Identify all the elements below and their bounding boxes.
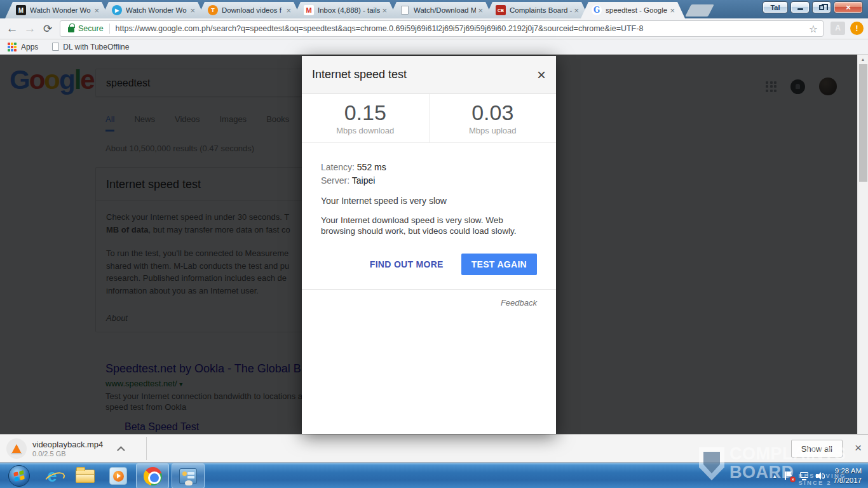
speed-headline: Your Internet speed is very slow: [321, 196, 537, 206]
complaintsboard-favicon-icon: CB: [496, 5, 506, 15]
upload-value: 0.03: [430, 100, 557, 125]
tab-gmail-inbox[interactable]: M Inbox (4,888) - tails ×: [293, 2, 397, 18]
address-bar[interactable]: Secure https://www.google.com.ph/search?…: [60, 20, 824, 37]
clock-time: 9:28 AM: [833, 466, 862, 476]
download-filename: videoplayback.mp4: [32, 440, 103, 449]
tab-title: Complaints Board -: [510, 6, 572, 14]
reload-icon[interactable]: ⟳: [39, 20, 56, 37]
page-favicon-icon: [400, 5, 410, 15]
speed-description: Your Internet download speed is very slo…: [321, 215, 537, 236]
network-icon[interactable]: [800, 472, 809, 480]
upload-result: 0.03 Mbps upload: [429, 94, 557, 142]
apps-grid-icon: [8, 43, 17, 51]
new-tab-button[interactable]: [685, 4, 714, 17]
screen: M Watch Wonder Wo × ▶ Watch Wonder Wo × …: [0, 0, 868, 488]
omnibox-divider: [109, 24, 110, 34]
tab-speedtest-active[interactable]: G speedtest - Google ×: [581, 2, 685, 18]
system-tray: ▲ × 9:28 AM 7/8/2017: [772, 463, 868, 488]
tab-title: Watch Wonder Wo: [126, 6, 188, 14]
scrollbar[interactable]: ▲: [857, 55, 868, 434]
tab-watch-wonder-1[interactable]: M Watch Wonder Wo ×: [5, 2, 109, 18]
bookmark-star-icon[interactable]: ☆: [809, 23, 818, 35]
tab-close-icon[interactable]: ×: [670, 6, 675, 15]
volume-icon[interactable]: [816, 471, 826, 480]
show-all-button[interactable]: Show all: [791, 440, 843, 458]
find-out-more-button[interactable]: FIND OUT MORE: [370, 259, 444, 269]
speed-results: 0.15 Mbps download 0.03 Mbps upload: [302, 94, 556, 143]
taskbar-ie-icon[interactable]: e: [36, 463, 69, 488]
taskbar: e ▲ × 9:28 AM 7/8/2017: [0, 463, 868, 488]
tray-chevron-icon[interactable]: ▲: [772, 473, 777, 479]
scroll-up-icon[interactable]: ▲: [858, 55, 868, 64]
modal-buttons: FIND OUT MORE TEST AGAIN: [321, 254, 537, 275]
video-play-favicon-icon: ▶: [112, 5, 122, 15]
metacafe-favicon-icon: M: [16, 5, 26, 15]
modal-body: Latency: 552 ms Server: Taipei Your Inte…: [302, 143, 556, 275]
tab-close-icon[interactable]: ×: [190, 6, 195, 15]
page-content: Google speedtest All News Videos Images …: [0, 55, 868, 434]
restore-button[interactable]: [812, 1, 831, 13]
browser-toolbar: ← → ⟳ Secure https://www.google.com.ph/s…: [0, 18, 868, 39]
extension-icon[interactable]: A: [831, 22, 845, 35]
scrollbar-thumb[interactable]: [859, 64, 867, 182]
bookmarks-bar: Apps DL with TubeOffline: [0, 39, 868, 55]
apps-shortcut[interactable]: Apps: [21, 43, 38, 51]
google-favicon-icon: G: [592, 5, 602, 15]
tab-close-icon[interactable]: ×: [574, 6, 579, 15]
download-bar: videoplayback.mp4 0.0/2.5 GB Show all ×: [0, 434, 868, 463]
tab-watch-wonder-2[interactable]: ▶ Watch Wonder Wo ×: [101, 2, 205, 18]
taskbar-mediaplayer-icon[interactable]: [102, 463, 135, 488]
download-result: 0.15 Mbps download: [302, 94, 429, 142]
tab-title: Watch Wonder Wo: [30, 6, 92, 14]
bookmark-page-icon: [52, 43, 59, 51]
taskbar-clock[interactable]: 9:28 AM 7/8/2017: [833, 466, 862, 485]
modal-header: Internet speed test ×: [302, 56, 556, 94]
tab-watch-download[interactable]: Watch/Download M ×: [389, 2, 493, 18]
forward-icon[interactable]: →: [22, 20, 38, 37]
modal-close-icon[interactable]: ×: [537, 67, 546, 83]
feedback-link[interactable]: Feedback: [321, 298, 537, 308]
tab-close-icon[interactable]: ×: [286, 6, 291, 15]
test-again-button[interactable]: TEST AGAIN: [461, 254, 537, 275]
tab-close-icon[interactable]: ×: [382, 6, 387, 15]
start-button[interactable]: [3, 463, 36, 488]
tab-bar: M Watch Wonder Wo × ▶ Watch Wonder Wo × …: [0, 0, 868, 18]
chrome-menu-icon[interactable]: !: [850, 22, 864, 35]
gmail-favicon-icon: M: [304, 5, 314, 15]
taskbar-app-icon[interactable]: [172, 463, 205, 488]
download-chevron-up-icon[interactable]: [117, 446, 125, 454]
tab-title: speedtest - Google: [606, 6, 668, 14]
tab-download-videos[interactable]: T Download videos f ×: [197, 2, 301, 18]
taskbar-explorer-icon[interactable]: [69, 463, 102, 488]
secure-label: Secure: [78, 24, 104, 33]
windows-start-icon: [8, 465, 30, 487]
back-icon[interactable]: ←: [4, 20, 20, 37]
window-caption-buttons: Tal ×: [763, 1, 863, 13]
tab-strip: M Watch Wonder Wo × ▶ Watch Wonder Wo × …: [5, 2, 711, 18]
speedtest-modal: Internet speed test × 0.15 Mbps download…: [302, 56, 556, 434]
download-bar-close-icon[interactable]: ×: [855, 441, 862, 455]
tubeoffline-favicon-icon: T: [208, 5, 218, 15]
tab-title: Download videos f: [222, 6, 284, 14]
download-item[interactable]: videoplayback.mp4 0.0/2.5 GB: [6, 438, 125, 459]
bookmark-item-tubeoffline[interactable]: DL with TubeOffline: [63, 43, 129, 51]
tab-close-icon[interactable]: ×: [478, 6, 483, 15]
url-text[interactable]: https://www.google.com.ph/search?q=speed…: [116, 24, 805, 33]
vlc-file-icon: [6, 438, 27, 459]
tab-title: Inbox (4,888) - tails: [318, 6, 380, 14]
modal-title: Internet speed test: [312, 68, 537, 81]
minimize-button[interactable]: [790, 1, 810, 13]
download-divider: [146, 437, 147, 460]
tab-close-icon[interactable]: ×: [94, 6, 99, 15]
close-window-button[interactable]: ×: [834, 1, 863, 13]
secure-lock-icon: [68, 27, 74, 32]
tal-caption-button[interactable]: Tal: [763, 1, 788, 13]
action-center-flag-icon[interactable]: ×: [784, 471, 793, 480]
download-progress: 0.0/2.5 GB: [32, 450, 103, 458]
clock-date: 7/8/2017: [833, 476, 862, 485]
modal-divider: [302, 289, 556, 290]
taskbar-chrome-icon[interactable]: [136, 463, 169, 488]
download-value: 0.15: [302, 100, 429, 125]
tab-complaints-board[interactable]: CB Complaints Board - ×: [485, 2, 589, 18]
latency-row: Latency: 552 ms: [321, 161, 537, 174]
